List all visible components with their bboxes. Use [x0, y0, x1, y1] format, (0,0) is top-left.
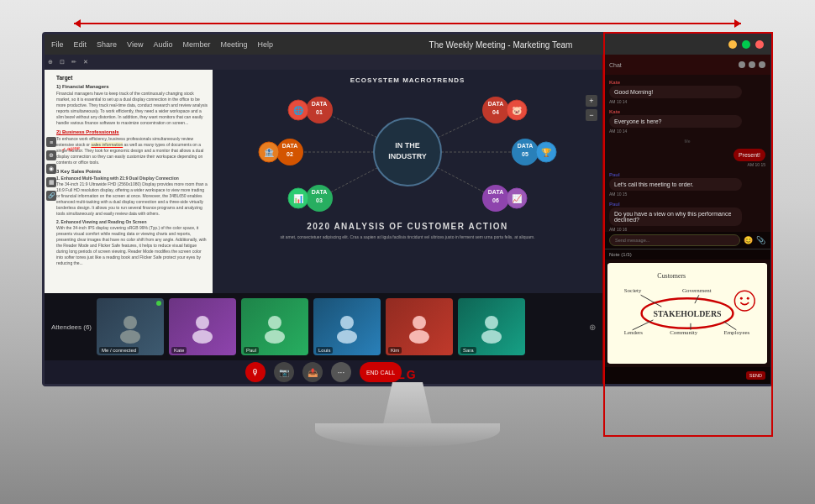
chat-time-3: AM 10 15 — [748, 162, 765, 167]
svg-text:02: 02 — [287, 151, 293, 157]
menu-file[interactable]: File — [51, 40, 64, 49]
more-button[interactable]: ··· — [331, 362, 351, 382]
monitor-stand-neck — [382, 382, 433, 428]
menu-edit[interactable]: Edit — [74, 40, 87, 49]
attendee-louis-name: Louis — [316, 347, 333, 354]
toolbar-close[interactable]: ✕ — [83, 59, 88, 66]
svg-text:📈: 📈 — [512, 193, 523, 204]
svg-point-44 — [265, 330, 285, 344]
chat-sender-2: Kate — [609, 109, 765, 114]
sidebar-icon-5[interactable]: 🔗 — [46, 191, 56, 201]
chart-title: ECOSYSTEM MACROTRENDS — [219, 76, 596, 84]
right-header-controls — [739, 61, 765, 68]
window-controls — [728, 40, 764, 49]
svg-text:DATA: DATA — [312, 189, 327, 195]
monitor-brand: LG — [397, 368, 417, 381]
svg-point-48 — [409, 330, 429, 344]
attendee-paul-avatar — [258, 310, 292, 344]
svg-point-50 — [481, 330, 502, 344]
svg-text:DATA: DATA — [488, 189, 503, 195]
right-dot-2[interactable] — [749, 61, 755, 68]
svg-text:📊: 📊 — [293, 193, 304, 204]
menu-meeting[interactable]: Meeting — [220, 40, 247, 49]
share-button[interactable]: 📤 — [302, 362, 323, 382]
mic-button[interactable]: 🎙 — [245, 362, 266, 382]
toolbar-zoom[interactable]: ⊕ — [48, 59, 53, 66]
main-content: ⊕ ⊡ ✏ ✕ Target 1) Financial Managers Fin… — [45, 55, 770, 384]
title-bar: File Edit Share View Audio Member Meetin… — [45, 34, 770, 55]
chat-message-4: Paul Let's call this meeting to order. A… — [609, 172, 765, 197]
chat-send-input[interactable] — [609, 234, 740, 246]
menu-member[interactable]: Member — [182, 40, 210, 49]
toolbar-fit[interactable]: ⊡ — [60, 59, 65, 66]
maximize-button[interactable] — [742, 40, 750, 49]
zoom-in-button[interactable]: + — [586, 95, 597, 107]
sidebar-icon-2[interactable]: ⊕ — [46, 150, 56, 160]
svg-text:Lenders: Lenders — [624, 329, 644, 335]
note-send-button[interactable]: SEND — [746, 371, 765, 380]
chat-time-1: AM 10 14 — [609, 99, 765, 104]
toolbar-pencil[interactable]: ✏ — [71, 59, 76, 66]
svg-text:🌐: 🌐 — [293, 105, 304, 116]
close-button[interactable] — [755, 40, 764, 49]
chat-bubble-1: Good Morning! — [609, 86, 742, 98]
left-panel: ⊕ ⊡ ✏ ✕ Target 1) Financial Managers Fin… — [45, 55, 602, 384]
zoom-out-button[interactable]: − — [586, 109, 597, 121]
svg-text:INDUSTRY: INDUSTRY — [388, 152, 427, 160]
chat-sender-4: Paul — [609, 172, 765, 177]
menu-share[interactable]: Share — [97, 40, 117, 49]
chat-bubble-5: Do you have a view on why this performan… — [609, 207, 742, 226]
attachment-button[interactable]: 📎 — [756, 236, 765, 244]
doc-section-3-title: 3 Key Sales Points — [56, 169, 208, 174]
monitor: File Edit Share View Audio Member Meetin… — [42, 32, 773, 454]
attendees-expand-icon[interactable]: ⊕ — [589, 323, 596, 332]
svg-point-39 — [124, 316, 137, 329]
doc-sidebar-icons: ≡ ⊕ ◉ ▦ 🔗 — [46, 137, 56, 201]
svg-text:03: 03 — [316, 197, 323, 203]
document-panel: Target 1) Financial Managers Financial m… — [45, 70, 213, 293]
svg-point-58 — [740, 297, 743, 300]
chat-bubble-2: Everyone is here? — [609, 115, 742, 128]
sidebar-icon-1[interactable]: ≡ — [46, 137, 56, 147]
svg-point-45 — [340, 316, 354, 329]
doc-section-1-title: 1) Financial Managers — [56, 84, 208, 89]
svg-text:06: 06 — [492, 197, 499, 203]
doc-section-3-sub1: 1. Enhanced Multi-Tasking with 21:9 Dual… — [56, 176, 208, 181]
svg-text:Employees: Employees — [724, 329, 750, 335]
chat-sender-5: Paul — [609, 202, 765, 207]
emoji-button[interactable]: 😊 — [744, 236, 753, 244]
window-title: The Weekly Meeting - Marketing Team — [429, 40, 573, 50]
attendee-kate: Kate — [169, 298, 236, 355]
doc-section-2-body: To enhance work efficiency, business pro… — [56, 136, 208, 165]
svg-point-43 — [268, 316, 281, 329]
content-area: Target 1) Financial Managers Financial m… — [45, 70, 602, 293]
end-call-button[interactable]: END CALL — [360, 362, 402, 382]
svg-text:Government: Government — [682, 287, 712, 293]
svg-point-47 — [413, 316, 426, 329]
menu-view[interactable]: View — [127, 40, 143, 49]
right-dot-3[interactable] — [759, 61, 765, 68]
right-dot-1[interactable] — [739, 61, 745, 68]
svg-text:🏆: 🏆 — [541, 147, 552, 158]
attendee-kim-avatar — [402, 310, 436, 344]
sidebar-icon-3[interactable]: ◉ — [46, 164, 56, 174]
sidebar-icon-4[interactable]: ▦ — [46, 177, 56, 187]
doc-section-3-body1: The 34-inch 21:9 Ultrawide FHD (2560x108… — [56, 181, 208, 217]
chart-panel: ECOSYSTEM MACROTRENDS — [213, 70, 602, 293]
menu-help[interactable]: Help — [258, 40, 274, 49]
svg-text:🏦: 🏦 — [264, 147, 275, 158]
svg-point-46 — [337, 330, 357, 344]
chat-input-area: 😊 📎 — [604, 232, 770, 249]
menu-audio[interactable]: Audio — [153, 40, 172, 49]
doc-section-1-body: Financial managers have to keep track of… — [56, 91, 208, 126]
camera-button[interactable]: 📷 — [274, 362, 294, 382]
svg-text:🐷: 🐷 — [512, 105, 523, 116]
minimize-button[interactable] — [728, 40, 737, 49]
note-send-area: SEND — [604, 367, 770, 384]
svg-point-40 — [120, 330, 140, 344]
note-label: Note (1/3) — [604, 249, 770, 260]
svg-text:DATA: DATA — [312, 101, 327, 107]
attendee-kim-name: Kim — [388, 347, 402, 354]
chat-messages: Kate Good Morning! AM 10 14 Kate Everyon… — [604, 75, 770, 232]
svg-text:04: 04 — [492, 109, 499, 115]
